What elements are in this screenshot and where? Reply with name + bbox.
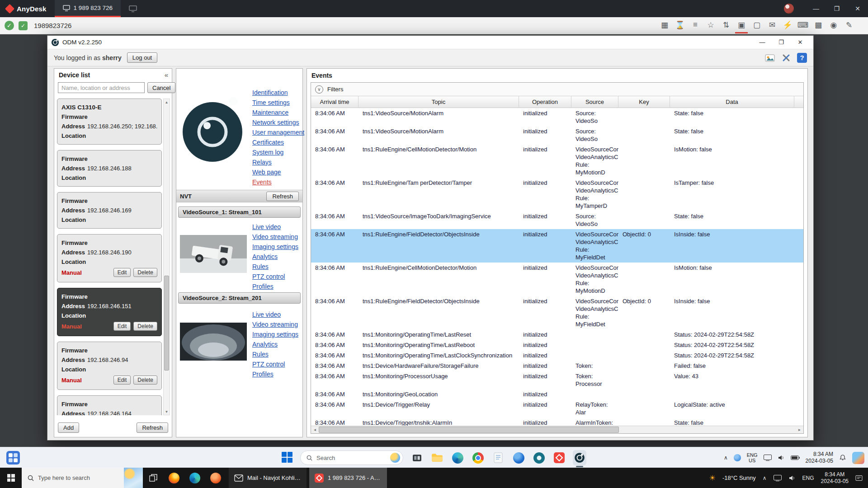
video-source-1-header[interactable]: VideoSource_1: Stream_101 xyxy=(178,206,301,218)
battery-icon[interactable] xyxy=(791,455,800,460)
events-filters-bar[interactable]: ∨ Filters xyxy=(311,83,803,96)
logout-button[interactable]: Log out xyxy=(127,52,157,63)
settings-icon[interactable] xyxy=(781,52,792,63)
active-monitor-icon[interactable]: ▣ xyxy=(735,18,748,33)
teal-app-icon[interactable] xyxy=(532,450,546,465)
device-link[interactable]: Certificates xyxy=(252,138,304,146)
device-card[interactable]: Firmware Address192.168.246.190 Location… xyxy=(57,234,162,282)
video-source-2-thumbnail[interactable] xyxy=(180,323,247,361)
column-header[interactable]: Operation xyxy=(519,96,571,108)
event-row[interactable]: 8:34:06 AM tns1:Monitoring/OperatingTime… xyxy=(311,329,803,340)
anydesk-taskbar-button[interactable]: 1 989 823 726 - Any... xyxy=(309,468,387,488)
browser-app-icon[interactable] xyxy=(205,468,226,488)
local-start-button[interactable] xyxy=(0,468,22,488)
display-icon[interactable] xyxy=(774,475,782,481)
blue-app-icon[interactable] xyxy=(512,450,525,465)
notification-center-icon[interactable] xyxy=(855,474,863,482)
device-link[interactable]: Events xyxy=(252,178,304,186)
scroll-left-arrow[interactable]: ◄ xyxy=(311,426,319,433)
source-link[interactable]: Live video xyxy=(252,310,298,319)
mail-taskbar-button[interactable]: Mail - Navjot Kohli ... xyxy=(229,468,307,488)
delete-button[interactable]: Delete xyxy=(133,322,157,331)
taskbar-clock[interactable]: 8:34 AM 2024-03-05 xyxy=(821,471,849,485)
odm-titlebar[interactable]: ODM v2.2.250 — ❐ ✕ xyxy=(47,36,813,49)
edge-icon[interactable] xyxy=(451,450,464,465)
source-link[interactable]: Live video xyxy=(252,223,298,231)
favorites-icon[interactable]: ☆ xyxy=(704,18,717,33)
add-device-button[interactable]: Add xyxy=(58,422,79,433)
event-row[interactable]: 8:34:06 AM tns1:RuleEngine/CellMotionDet… xyxy=(311,144,803,178)
source-link[interactable]: Rules xyxy=(252,263,298,271)
local-task-view-icon[interactable] xyxy=(143,468,164,488)
device-card[interactable]: Firmware Address192.168.246.169 Location… xyxy=(57,192,162,229)
weather-status[interactable]: -18°C Sunny xyxy=(722,474,756,481)
monitor-icon[interactable]: ▢ xyxy=(750,18,763,33)
event-row[interactable]: 8:34:06 AM tns1:RuleEngine/CellMotionDet… xyxy=(311,263,803,296)
event-row[interactable]: 8:34:06 AM tns1:Monitoring/GeoLocation i… xyxy=(311,389,803,399)
device-card[interactable]: Firmware Address192.168.246.188 Location… xyxy=(57,150,162,187)
scroll-up-arrow[interactable]: ▲ xyxy=(164,99,170,105)
tray-chevron-icon[interactable]: ∧ xyxy=(724,455,728,461)
notepad-icon[interactable] xyxy=(491,450,505,465)
events-horizontal-scrollbar[interactable]: ◄ ► xyxy=(311,426,803,433)
column-header[interactable]: Source xyxy=(571,96,618,108)
collapse-panel-icon[interactable]: « xyxy=(165,71,168,79)
source-link[interactable]: Rules xyxy=(252,350,298,358)
source-link[interactable]: Video streaming xyxy=(252,233,298,241)
delete-button[interactable]: Delete xyxy=(133,268,157,277)
session-list-icon[interactable]: ≡ xyxy=(689,18,702,33)
actions-icon[interactable]: ⚡ xyxy=(781,18,794,33)
device-card[interactable]: Firmware Address192.168.246.94 Location … xyxy=(57,342,162,390)
device-card[interactable]: Firmware Address192.168.246.151 Location… xyxy=(57,288,162,336)
odm-close-button[interactable]: ✕ xyxy=(791,36,810,49)
nvt-refresh-button[interactable]: Refresh xyxy=(266,192,299,201)
widgets-icon[interactable] xyxy=(6,451,20,465)
source-link[interactable]: Imaging settings xyxy=(252,330,298,338)
onedrive-icon[interactable] xyxy=(734,454,741,461)
source-link[interactable]: Imaging settings xyxy=(252,243,298,251)
event-row[interactable]: 8:34:06 AM tns1:Device/Trigger/Relay ini… xyxy=(311,399,803,418)
device-link[interactable]: Identification xyxy=(252,89,304,97)
device-link[interactable]: Relays xyxy=(252,158,304,166)
device-link[interactable]: Network settings xyxy=(252,118,304,127)
edit-button[interactable]: Edit xyxy=(113,322,131,331)
device-card[interactable]: AXIS C1310-E Firmware Address192.168.246… xyxy=(57,99,162,145)
source-link[interactable]: Analytics xyxy=(252,253,298,261)
tray-chevron-icon[interactable]: ∧ xyxy=(763,475,767,481)
language-indicator[interactable]: ENG US xyxy=(747,452,758,463)
video-source-1-thumbnail[interactable] xyxy=(180,235,247,273)
event-row[interactable]: 8:34:06 AM tns1:RuleEngine/FieldDetector… xyxy=(311,229,803,263)
start-button[interactable] xyxy=(282,452,293,464)
event-row[interactable]: 8:34:06 AM tns1:Monitoring/OperatingTime… xyxy=(311,340,803,350)
screenshot-icon[interactable]: ▦ xyxy=(658,18,671,33)
event-row[interactable]: 8:34:06 AM tns1:VideoSource/MotionAlarm … xyxy=(311,126,803,144)
device-link[interactable]: Web page xyxy=(252,168,304,176)
scroll-down-arrow[interactable]: ▼ xyxy=(164,408,170,415)
device-link[interactable]: Time settings xyxy=(252,99,304,107)
event-row[interactable]: 8:34:06 AM tns1:Device/HardwareFailure/S… xyxy=(311,361,803,371)
whiteboard-icon[interactable]: ✎ xyxy=(843,18,855,33)
device-card[interactable]: Firmware Address192.168.246.164 Location… xyxy=(57,395,162,415)
source-link[interactable]: Video streaming xyxy=(252,320,298,328)
source-link[interactable]: PTZ control xyxy=(252,272,298,281)
column-header[interactable]: Topic xyxy=(359,96,519,108)
help-icon[interactable]: ? xyxy=(797,53,807,63)
session-time-icon[interactable]: ⌛ xyxy=(674,18,686,33)
taskbar-search-box[interactable]: Search xyxy=(300,450,403,465)
refresh-devices-button[interactable]: Refresh xyxy=(137,422,168,433)
local-search-box[interactable]: Type here to search xyxy=(22,468,143,488)
volume-icon[interactable] xyxy=(778,454,785,461)
task-view-icon[interactable] xyxy=(410,450,424,465)
notification-bell-icon[interactable] xyxy=(839,454,846,461)
firefox-icon[interactable] xyxy=(164,468,184,488)
device-list-scrollbar[interactable]: ▲ ▼ xyxy=(163,99,170,415)
window-close-button[interactable]: ✕ xyxy=(847,0,868,17)
video-source-2-header[interactable]: VideoSource_2: Stream_201 xyxy=(178,292,301,304)
odm-maximize-button[interactable]: ❐ xyxy=(772,36,791,49)
event-row[interactable]: 8:34:06 AM tns1:RuleEngine/Tam perDetect… xyxy=(311,178,803,211)
edit-button[interactable]: Edit xyxy=(113,375,131,385)
window-maximize-button[interactable]: ❐ xyxy=(826,0,847,17)
scrollbar-thumb[interactable] xyxy=(319,427,619,433)
source-link[interactable]: PTZ control xyxy=(252,360,298,368)
delete-button[interactable]: Delete xyxy=(133,375,157,385)
